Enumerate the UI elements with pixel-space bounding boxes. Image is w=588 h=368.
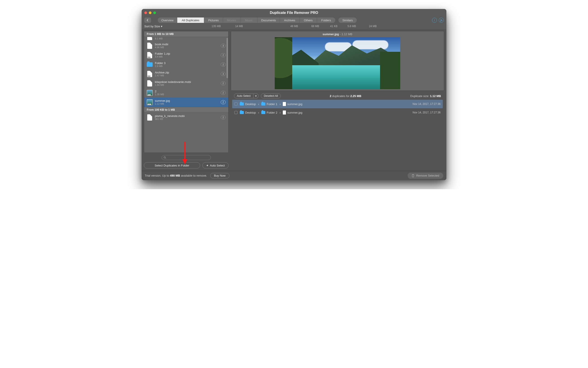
duplicate-row[interactable]: Desktop›Folder 2›summer.jpgNov 14, 2017,… — [232, 108, 443, 117]
file-icon — [147, 42, 153, 49]
deselect-all-button[interactable]: Deselect All — [261, 93, 281, 98]
footer-bar: Trial version. Up to 490 MB available to… — [142, 171, 446, 180]
back-button[interactable] — [144, 18, 151, 23]
list-item[interactable]: book.mobi4.96 MB3 — [144, 41, 228, 50]
tab-size — [183, 25, 203, 28]
tab-music[interactable]: Music — [240, 18, 257, 23]
count-badge: 2 — [221, 81, 226, 85]
select-duplicates-in-folder-button[interactable]: Select Duplicates in Folder — [144, 162, 200, 168]
buy-now-button[interactable]: Buy Now — [210, 173, 229, 178]
file-icon — [147, 52, 153, 58]
checkbox[interactable] — [234, 111, 237, 114]
tab-size: 68 MB — [305, 25, 325, 28]
auto-select-pill[interactable]: Auto Select — [234, 93, 253, 98]
duplicate-row[interactable]: Desktop›Folder 1›summer.jpgNov 14, 2017,… — [232, 100, 443, 108]
file-name: book.mobi — [155, 43, 168, 46]
preview-title: summer.jpg - 1.12 MB — [231, 31, 444, 37]
file-name: Folder 1.zip — [155, 52, 170, 55]
file-icon — [283, 110, 286, 115]
duplicate-list: Desktop›Folder 1›summer.jpgNov 14, 2017,… — [231, 100, 444, 117]
auto-select-button[interactable]: ✦Auto Select — [202, 162, 229, 168]
sort-button[interactable]: Sort by Size ▾ — [144, 25, 163, 28]
file-name: kitayskoe issledovanie.mobi — [155, 81, 191, 83]
info-icon[interactable]: i — [432, 18, 437, 23]
tab-size: 5.8 MB — [343, 25, 361, 28]
count-badge: 2 — [221, 63, 226, 66]
tab-archives[interactable]: Archives — [280, 18, 299, 23]
group-header: From 1 MB to 10 MB — [144, 31, 228, 37]
timestamp: Nov 14, 2017, 17:27:36 — [413, 111, 441, 114]
folder-icon — [261, 111, 265, 114]
chevron-right-icon: › — [258, 111, 259, 114]
tab-bar: OverviewAll DuplicatesPicturesMoviesMusi… — [142, 17, 446, 24]
trial-text: Trial version. Up to 490 MB available to… — [145, 174, 207, 177]
search-input[interactable] — [162, 155, 211, 160]
list-item[interactable]: kitayskoe issledovanie.mobi1.94 MB2 — [144, 79, 228, 88]
file-icon — [147, 61, 153, 68]
crumb-text: Desktop — [245, 111, 256, 114]
list-item[interactable]: Folder 1.zip3.4 MB2 — [144, 50, 228, 60]
list-item[interactable]: Archive.zip2.47 MB3 — [144, 69, 228, 79]
checkbox[interactable] — [234, 102, 237, 106]
list-item[interactable]: summer.jpg1.12 MB2 — [144, 98, 228, 107]
crumb-text: Folder 1 — [267, 102, 277, 106]
file-icon — [147, 89, 153, 96]
title-bar: Duplicate File Remover PRO — [142, 9, 446, 17]
tab-similars[interactable]: Similars — [338, 18, 357, 23]
app-window: Duplicate File Remover PRO OverviewAll D… — [142, 9, 446, 180]
timestamp: Nov 14, 2017, 17:27:36 — [413, 102, 441, 106]
file-size: 1.94 MB — [155, 83, 191, 86]
file-name: pisma_k_neveste.mobi — [155, 115, 185, 118]
right-panel: summer.jpg - 1.12 MB Auto Select ▾ Desel… — [231, 31, 444, 168]
chevron-right-icon: › — [258, 102, 259, 106]
sizes-row: Sort by Size ▾ 135 MB14 MB48 MB68 MB41 K… — [142, 24, 446, 29]
count-badge: 2 — [221, 115, 226, 120]
remove-selected-button[interactable]: Remove Selected — [408, 173, 443, 179]
tab-others[interactable]: Others — [299, 18, 317, 23]
tab-all-duplicates[interactable]: All Duplicates — [177, 18, 204, 23]
count-badge: 2 — [221, 53, 226, 57]
tab-pictures[interactable]: Pictures — [204, 18, 223, 23]
crumb-text: summer.jpg — [287, 111, 302, 114]
sparkle-icon: ✦ — [206, 164, 209, 167]
file-icon — [147, 114, 153, 121]
crumb-text: summer.jpg — [287, 102, 302, 106]
tab-size: 14 MB — [230, 25, 249, 28]
list-item[interactable]: 21.35 MB2 — [144, 88, 228, 98]
group-header: From 100 KB to 1 MB — [144, 107, 228, 113]
list-item[interactable]: 9.1 MB — [144, 37, 228, 41]
chevron-right-icon: › — [280, 111, 280, 114]
list-item[interactable]: Folder 32.9 MB2 — [144, 60, 228, 69]
folder-icon — [240, 102, 244, 106]
file-size: 1.12 MB — [155, 102, 170, 105]
file-icon — [147, 71, 153, 77]
rss-icon[interactable] — [439, 18, 444, 23]
chevron-down-icon[interactable]: ▾ — [253, 93, 259, 98]
tab-size: 135 MB — [203, 25, 230, 28]
tab-folders[interactable]: Folders — [317, 18, 335, 23]
file-name: Archive.zip — [155, 71, 169, 74]
folder-icon — [240, 111, 244, 114]
file-size: 4.96 MB — [155, 46, 168, 49]
tab-size: 48 MB — [283, 25, 305, 28]
svg-point-0 — [164, 157, 166, 158]
duplicates-toolbar: Auto Select ▾ Deselect All 2 duplicates … — [231, 91, 444, 100]
count-badge: 2 — [221, 100, 226, 104]
tab-documents[interactable]: Documents — [257, 18, 280, 23]
auto-select-dropdown[interactable]: Auto Select ▾ — [234, 93, 259, 98]
file-size: 2.47 MB — [155, 74, 169, 77]
file-name: 2 — [155, 90, 164, 93]
count-badge: 3 — [221, 72, 226, 76]
tab-movies[interactable]: Movies — [223, 18, 240, 23]
count-badge: 2 — [221, 91, 226, 95]
chevron-left-icon — [146, 19, 149, 21]
trash-icon — [412, 174, 414, 177]
file-list[interactable]: From 1 MB to 10 MB9.1 MBbook.mobi4.96 MB… — [144, 31, 229, 153]
window-title: Duplicate File Remover PRO — [142, 11, 446, 15]
file-size: 3.4 MB — [155, 55, 170, 58]
tab-overview[interactable]: Overview — [158, 18, 177, 23]
duplicate-size-label: Duplicate size: 1.12 MB — [410, 94, 441, 98]
list-item[interactable]: pisma_k_neveste.mobi981 KB2 — [144, 113, 228, 122]
tab-size — [266, 25, 283, 28]
scrollbar[interactable] — [226, 38, 228, 78]
